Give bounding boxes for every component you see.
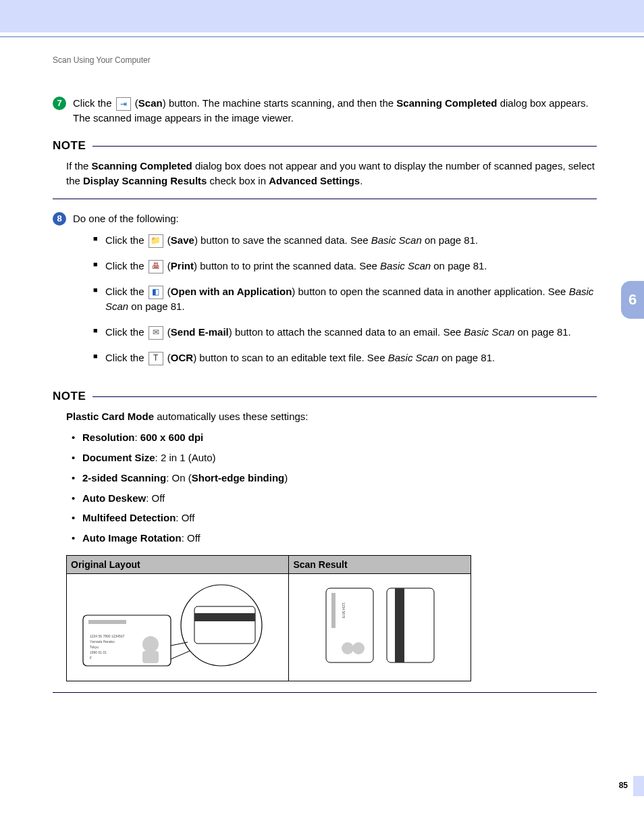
text-bold: Display Scanning Results <box>83 175 207 186</box>
text: Click the <box>105 234 147 246</box>
svg-rect-12 <box>194 606 255 644</box>
text-bold: Advanced Settings <box>269 175 360 186</box>
list-item: 2-sided Scanning: On (Short-edge binding… <box>72 471 597 486</box>
list-item: Resolution: 600 x 600 dpi <box>72 430 597 445</box>
settings-list: Resolution: 600 x 600 dpiDocument Size: … <box>66 430 597 546</box>
text: Click the <box>105 352 147 363</box>
step-7: 7 Click the ⇥ (Scan) button. The machine… <box>53 96 597 126</box>
chapter-number: 6 <box>628 289 637 311</box>
list-item: Click the ✉ (Send E-mail) button to atta… <box>93 325 597 340</box>
top-banner <box>0 0 644 32</box>
text: : On ( <box>166 472 192 484</box>
svg-text:1234 56 7890 1234567: 1234 56 7890 1234567 <box>90 634 125 638</box>
text: : <box>182 532 187 544</box>
step-8-list: Click the 📁 (Save) button to save the sc… <box>73 233 597 365</box>
setting-label: Auto Deskew <box>82 492 146 504</box>
button-label: OCR <box>171 352 193 363</box>
original-layout-illustration: 1234 56 7890 1234567 Yamada Hanako Tokyo… <box>76 578 279 673</box>
note-1-body: If the Scanning Completed dialog box doe… <box>53 157 597 194</box>
button-label: Open with an Application <box>171 286 292 297</box>
setting-label: Resolution <box>82 432 135 443</box>
print-icon: 🖶 <box>149 260 163 273</box>
text: ) button to scan to an editable text fil… <box>193 352 388 363</box>
setting-label: 2-sided Scanning <box>82 472 166 484</box>
setting-value: 600 x 600 dpi <box>140 432 203 443</box>
table-row: 1234 56 7890 1234567 Yamada Hanako Tokyo… <box>67 574 471 681</box>
list-item: Multifeed Detection: Off <box>72 511 597 525</box>
text: ) button to save the scanned data. See <box>194 234 371 246</box>
scan-result-illustration: 1234 5678 <box>313 578 448 673</box>
button-label: Save <box>171 234 194 246</box>
text: ) button to attach the scanned data to a… <box>229 326 464 338</box>
svg-text:1234 5678: 1234 5678 <box>342 602 346 619</box>
list-item: Click the ◧ (Open with an Application) b… <box>93 284 597 314</box>
send-email-icon: ✉ <box>149 326 163 340</box>
step-number: 7 <box>57 97 61 110</box>
svg-rect-1 <box>88 620 126 624</box>
text: Click the <box>105 260 147 271</box>
setting-label: Multifeed Detection <box>82 512 176 523</box>
svg-point-2 <box>142 636 159 652</box>
note-label: NOTE <box>53 138 86 155</box>
page-number-tab <box>633 776 644 796</box>
text: . <box>360 175 363 186</box>
reference-link: Basic Scan <box>371 234 422 246</box>
note-rule <box>92 146 597 147</box>
text: automatically uses these settings: <box>154 411 308 422</box>
text: : <box>155 452 161 463</box>
list-item: Click the 🖶 (Print) button to to print t… <box>93 259 597 273</box>
text: If the <box>66 160 92 172</box>
svg-rect-20 <box>395 588 404 662</box>
list-item: Auto Deskew: Off <box>72 491 597 506</box>
setting-label: Auto Image Rotation <box>82 532 182 544</box>
setting-value: 2 in 1 (Auto) <box>161 452 216 463</box>
reference-link: Basic Scan <box>388 352 439 363</box>
button-label: Send E-mail <box>171 326 229 338</box>
note-2-bottom-rule <box>53 692 597 693</box>
layout-result-table: Original Layout Scan Result 1234 56 7890… <box>66 555 471 681</box>
page-number-area: 85 <box>619 776 644 796</box>
save-icon: 📁 <box>149 234 163 248</box>
section-header: Scan Using Your Computer <box>53 55 597 66</box>
list-item: Click the T (OCR) button to scan to an e… <box>93 350 597 365</box>
svg-text:Tokyo: Tokyo <box>90 645 99 649</box>
svg-rect-13 <box>194 613 255 621</box>
step-8-body: Do one of the following: Click the 📁 (Sa… <box>73 211 597 376</box>
text: : <box>176 512 181 523</box>
svg-point-17 <box>342 642 354 654</box>
setting-value: Off <box>187 532 200 544</box>
note-2-heading: NOTE <box>53 388 597 405</box>
text: Click the <box>105 286 147 297</box>
page-content: Scan Using Your Computer 7 Click the ⇥ (… <box>0 37 644 693</box>
step-number: 8 <box>57 213 61 226</box>
scanning-completed-label: Scanning Completed <box>396 97 497 109</box>
text: ) button to open the scanned data in ano… <box>292 286 568 297</box>
svg-rect-19 <box>387 588 434 662</box>
setting-label: Document Size <box>82 452 155 463</box>
list-item: Document Size: 2 in 1 (Auto) <box>72 450 597 465</box>
page-number: 85 <box>619 780 628 791</box>
note-label: NOTE <box>53 388 86 405</box>
scan-label: Scan <box>138 97 163 109</box>
open-app-icon: ◧ <box>149 286 163 299</box>
svg-text:F: F <box>90 656 92 660</box>
step-8: 8 Do one of the following: Click the 📁 (… <box>53 211 597 376</box>
step-bullet-7: 7 <box>53 97 66 110</box>
step-bullet-8: 8 <box>53 212 66 226</box>
text: on page 81. <box>422 234 478 246</box>
text: Click the <box>105 326 147 338</box>
setting-value: Short-edge binding <box>192 472 284 484</box>
text: : <box>135 432 140 443</box>
list-item: Click the 📁 (Save) button to save the sc… <box>93 233 597 248</box>
text: on page 81. <box>439 352 495 363</box>
note-1-heading: NOTE <box>53 138 597 155</box>
svg-text:1990 01 01: 1990 01 01 <box>90 650 107 654</box>
table-header-scan-result: Scan Result <box>289 555 471 573</box>
list-item: Auto Image Rotation: Off <box>72 531 597 546</box>
plastic-card-mode-label: Plastic Card Mode <box>66 411 154 422</box>
step-8-intro: Do one of the following: <box>73 213 179 224</box>
step-7-body: Click the ⇥ (Scan) button. The machine s… <box>73 96 597 126</box>
reference-link: Basic Scan <box>380 260 431 271</box>
scan-result-cell: 1234 5678 <box>289 574 471 681</box>
text: on page 81. <box>128 301 184 312</box>
